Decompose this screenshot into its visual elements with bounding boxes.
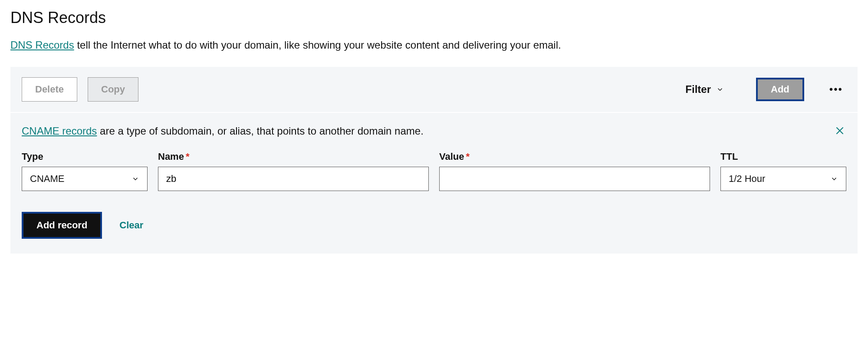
field-name: Name* (158, 151, 429, 191)
filter-label: Filter (685, 83, 711, 96)
form-description-suffix: are a type of subdomain, or alias, that … (97, 125, 423, 137)
type-select[interactable]: CNAME (22, 167, 148, 191)
field-ttl: TTL 1/2 Hour (720, 151, 846, 191)
add-record-button[interactable]: Add record (22, 212, 102, 239)
records-panel: Delete Copy Filter Add ••• CNAME records… (10, 67, 858, 254)
page-title: DNS Records (10, 9, 858, 27)
value-input[interactable] (439, 167, 710, 191)
value-label-text: Value (439, 151, 464, 162)
copy-button[interactable]: Copy (88, 77, 138, 102)
dns-records-link[interactable]: DNS Records (10, 39, 74, 51)
required-indicator: * (186, 151, 190, 162)
intro-text: DNS Records tell the Internet what to do… (10, 39, 858, 51)
filter-button[interactable]: Filter (681, 80, 728, 99)
name-input[interactable] (158, 167, 429, 191)
required-indicator: * (466, 151, 470, 162)
form-row: Type CNAME Name* Value* TTL (22, 151, 846, 191)
close-button[interactable] (832, 123, 847, 139)
type-select-value: CNAME (30, 173, 64, 185)
name-label: Name* (158, 151, 429, 162)
ttl-label: TTL (720, 151, 846, 162)
toolbar: Delete Copy Filter Add ••• (10, 67, 858, 112)
delete-button[interactable]: Delete (22, 77, 77, 102)
add-record-form: CNAME records are a type of subdomain, o… (10, 112, 858, 254)
ttl-select[interactable]: 1/2 Hour (720, 167, 846, 191)
value-label: Value* (439, 151, 710, 162)
close-icon (834, 125, 845, 136)
chevron-down-icon (830, 175, 838, 183)
chevron-down-icon (132, 175, 139, 183)
form-description: CNAME records are a type of subdomain, o… (22, 125, 846, 137)
type-label: Type (22, 151, 148, 162)
add-button[interactable]: Add (756, 78, 804, 101)
form-actions: Add record Clear (22, 212, 846, 239)
field-value: Value* (439, 151, 710, 191)
cname-records-link[interactable]: CNAME records (22, 125, 97, 137)
intro-suffix: tell the Internet what to do with your d… (74, 39, 561, 51)
ttl-select-value: 1/2 Hour (729, 173, 765, 185)
clear-button[interactable]: Clear (119, 220, 143, 231)
chevron-down-icon (716, 86, 724, 93)
field-type: Type CNAME (22, 151, 148, 191)
name-label-text: Name (158, 151, 184, 162)
more-button[interactable]: ••• (826, 82, 846, 97)
